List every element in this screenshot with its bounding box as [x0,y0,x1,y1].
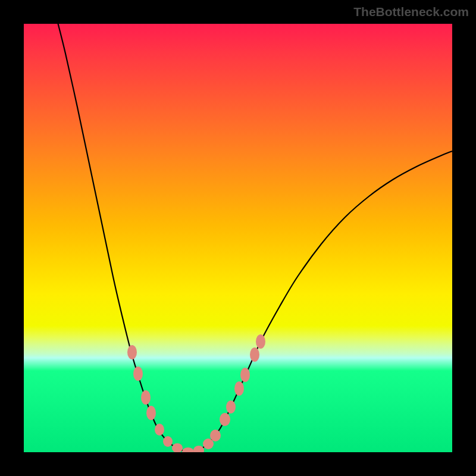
data-marker [133,367,143,381]
data-marker [141,390,151,405]
data-marker [226,400,236,414]
data-marker [240,368,250,382]
watermark-text: TheBottleneck.com [353,5,469,19]
data-marker [146,406,156,420]
data-marker [172,443,183,452]
data-marker [193,446,204,452]
data-marker [163,436,173,447]
data-marker [234,381,244,396]
data-marker [250,347,259,362]
data-marker [155,424,164,436]
data-marker [256,334,265,349]
data-marker [220,413,230,426]
data-markers [127,334,265,452]
chart-svg [24,24,452,452]
chart-plot-area [24,24,452,452]
data-marker [182,447,194,452]
data-marker [210,430,221,441]
data-marker [127,345,137,359]
curve-left-branch [57,24,190,452]
